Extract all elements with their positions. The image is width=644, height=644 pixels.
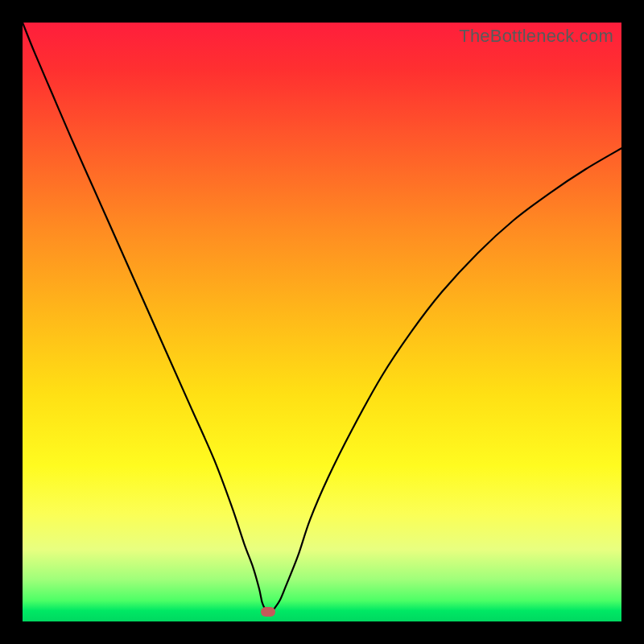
chart-frame: TheBottleneck.com [0, 0, 644, 644]
bottleneck-curve [23, 23, 621, 621]
optimum-marker [261, 607, 275, 617]
plot-area: TheBottleneck.com [23, 23, 621, 621]
curve-path [23, 23, 621, 613]
